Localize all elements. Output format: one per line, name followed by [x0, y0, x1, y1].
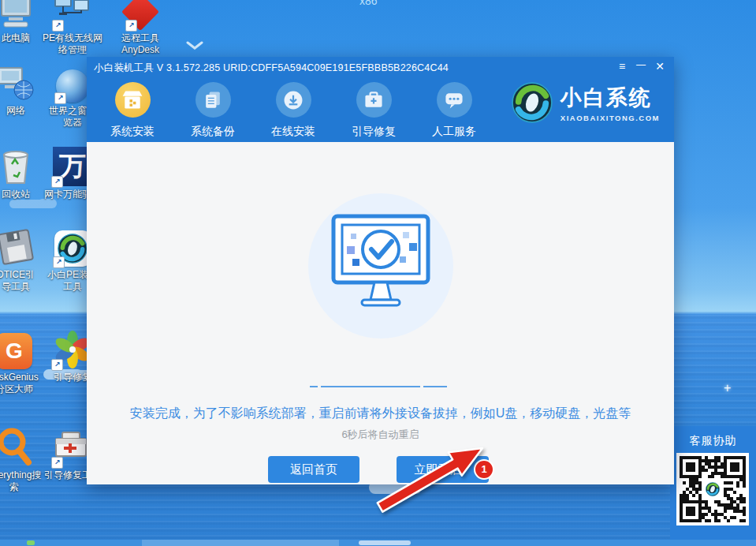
ground-line — [310, 386, 318, 387]
logo-subtitle: XIAOBAIXITONG.COM — [560, 114, 660, 122]
support-label: 客服协助 — [670, 434, 756, 448]
desktop: x86 + 此电脑 ↗ PE有线无线网 络管理 ↗ 远程工具 AnyDesk — [0, 0, 756, 546]
bird-shape — [186, 41, 203, 50]
home-button[interactable]: 返回首页 — [268, 456, 359, 483]
desktop-icon-label: 回收站 — [2, 189, 30, 200]
completion-message: 安装完成，为了不影响系统部署，重启前请将外接设备拔掉，例如U盘，移动硬盘，光盘等 — [87, 406, 674, 422]
toolbox-repair-icon — [356, 82, 392, 118]
diskgenius-tile-icon: G — [0, 330, 32, 369]
ground-line — [423, 386, 447, 387]
ground-line — [321, 386, 420, 387]
sparkle-shape: + — [724, 381, 731, 395]
taskbar[interactable] — [0, 540, 756, 546]
xiaobai-pe-tile-icon: ↗ — [54, 227, 91, 267]
window-title: 小白装机工具 V 3.1.572.285 URID:CDFF5A594C09E1… — [94, 62, 449, 75]
app-logo: 小白系统 XIAOBAIXITONG.COM — [512, 82, 660, 123]
shortcut-arrow-icon: ↗ — [51, 176, 63, 188]
shortcut-arrow-icon: ↗ — [51, 457, 63, 469]
download-icon — [276, 82, 311, 118]
nav-tab-system-install[interactable]: 系统安装 — [96, 82, 169, 139]
desktop-icon-label: 远程工具 AnyDesk — [121, 32, 159, 56]
backup-icon — [196, 82, 231, 118]
nav-tab-label: 系统安装 — [110, 125, 155, 139]
taskbar-segment — [142, 540, 339, 546]
monitor-check-icon — [302, 211, 460, 314]
shortcut-arrow-icon: ↗ — [125, 20, 137, 32]
recycle-bin-icon — [0, 147, 34, 186]
desktop-icon-label: DiskGenius 分区大师 — [0, 372, 39, 395]
window-content: 安装完成，为了不影响系统部署，重启前请将外接设备拔掉，例如U盘，移动硬盘，光盘等… — [87, 142, 674, 484]
nav-tab-label: 系统备份 — [191, 125, 235, 139]
shortcut-arrow-icon: ↗ — [54, 92, 66, 104]
network-globe-icon — [0, 63, 35, 103]
menu-icon[interactable]: ≡ — [614, 58, 630, 74]
minimize-icon[interactable]: — — [633, 58, 649, 74]
shortcut-arrow-icon: ↗ — [51, 359, 63, 371]
title-bar: 小白装机工具 V 3.1.572.285 URID:CDFF5A594C09E1… — [87, 57, 674, 77]
package-icon — [115, 82, 151, 118]
nav-tab-label: 人工服务 — [432, 125, 476, 139]
logo-title: 小白系统 — [560, 84, 660, 112]
desktop-icon-pe-network[interactable]: ↗ PE有线无线网 络管理 — [36, 0, 109, 56]
taskbar-icon — [27, 540, 35, 545]
xiaobai-logo-icon — [512, 82, 553, 123]
annotation-arrow-icon — [364, 440, 498, 519]
chat-icon — [437, 82, 472, 118]
globe-icon: ↗ — [56, 63, 89, 103]
shortcut-arrow-icon: ↗ — [52, 20, 64, 32]
cloud-shape — [9, 200, 46, 208]
qr-code — [676, 453, 749, 525]
support-panel: 客服协助 — [670, 426, 756, 541]
nav-tab-label: 引导修复 — [352, 125, 396, 139]
nav-tab-system-backup[interactable]: 系统备份 — [177, 82, 249, 139]
desktop-icon-anydesk[interactable]: ↗ 远程工具 AnyDesk — [107, 0, 173, 56]
desktop-icon-label: 此电脑 — [2, 32, 30, 44]
anydesk-diamond-icon: ↗ — [127, 0, 154, 30]
desktop-icon-label: DTICE引 导工具 — [0, 269, 35, 293]
close-icon[interactable]: ✕ — [652, 58, 668, 74]
magnifier-icon — [0, 428, 34, 467]
nav-tab-live-support[interactable]: 人工服务 — [418, 82, 490, 139]
nav-tab-boot-repair[interactable]: 引导修复 — [337, 82, 410, 139]
desktop-icon-label: Everything搜 索 — [0, 469, 41, 493]
installer-window: 小白装机工具 V 3.1.572.285 URID:CDFF5A594C09E1… — [87, 57, 674, 484]
nav-tab-label: 在线安装 — [271, 125, 315, 139]
nav-tab-online-install[interactable]: 在线安装 — [257, 82, 330, 139]
desktop-icon-label: 网络 — [6, 105, 25, 117]
taskbar-button — [359, 540, 411, 545]
desktop-icon-label: PE有线无线网 络管理 — [43, 32, 102, 56]
computer-icon — [0, 0, 34, 30]
network-computers-icon: ↗ — [54, 0, 91, 30]
shortcut-arrow-icon: ↗ — [53, 256, 65, 268]
wallpaper-text: x86 — [359, 0, 378, 7]
window-header: 小白装机工具 V 3.1.572.285 URID:CDFF5A594C09E1… — [87, 57, 674, 142]
floppy-disk-icon — [0, 227, 35, 267]
desktop-icon-label: 引导修复 — [54, 372, 91, 383]
